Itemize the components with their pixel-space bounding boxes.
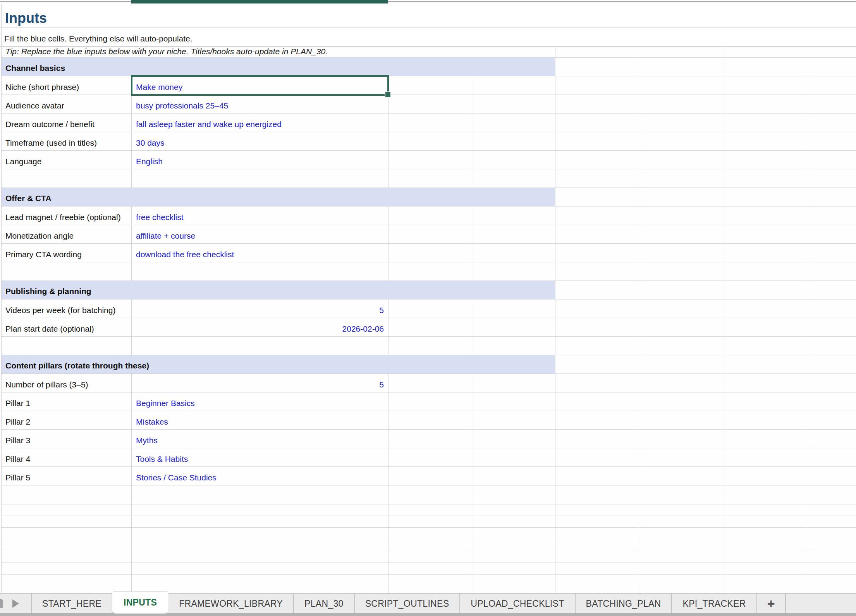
row-label-cell[interactable]: Pillar 2 [2,411,132,430]
empty-cell[interactable] [472,485,555,504]
empty-cell[interactable] [807,467,856,485]
empty-cell[interactable] [723,281,807,299]
row-label-cell[interactable]: Monetization angle [2,225,132,244]
empty-cell[interactable] [388,299,472,318]
empty-cell[interactable] [472,244,555,262]
empty-cell[interactable] [723,355,807,374]
empty-cell[interactable] [2,528,132,539]
sheet-tab-inputs[interactable]: INPUTS [112,592,168,613]
row-value-cell[interactable]: 30 days [132,132,388,151]
empty-cell[interactable] [807,225,856,244]
empty-cell[interactable] [807,337,856,355]
empty-cell[interactable] [807,299,856,318]
empty-cell[interactable] [388,551,472,563]
empty-cell[interactable] [555,151,639,169]
empty-cell[interactable] [639,225,723,244]
empty-cell[interactable] [723,47,807,58]
row-label-cell[interactable]: Language [2,151,132,169]
empty-cell[interactable] [807,318,856,337]
empty-cell[interactable] [388,337,472,355]
row-label-cell[interactable]: Pillar 3 [2,430,132,448]
empty-cell[interactable] [807,355,856,374]
empty-cell[interactable] [555,132,639,151]
empty-cell[interactable] [555,551,639,563]
empty-cell[interactable] [807,392,856,411]
empty-cell[interactable] [723,575,807,586]
empty-cell[interactable] [555,337,639,355]
empty-cell[interactable] [555,539,639,551]
empty-cell[interactable] [639,528,723,539]
empty-cell[interactable] [639,169,723,188]
section-header-cell[interactable]: Offer & CTA [2,188,555,206]
empty-cell[interactable] [807,244,856,262]
empty-cell[interactable] [807,374,856,392]
empty-cell[interactable] [639,539,723,551]
empty-cell[interactable] [639,47,723,58]
empty-cell[interactable] [132,539,388,551]
empty-cell[interactable] [639,563,723,575]
row-value-cell[interactable]: Mistakes [132,411,388,430]
empty-cell[interactable] [723,244,807,262]
empty-cell[interactable] [2,539,132,551]
title-row[interactable]: Inputs [0,3,856,28]
empty-cell[interactable] [472,430,555,448]
empty-cell[interactable] [555,516,639,528]
empty-cell[interactable] [472,551,555,563]
empty-cell[interactable] [639,188,723,206]
empty-cell[interactable] [807,563,856,575]
empty-cell[interactable] [388,318,472,337]
empty-cell[interactable] [555,504,639,516]
row-value-cell[interactable]: Tools & Habits [132,448,388,467]
row-value-cell[interactable]: 5 [132,374,388,392]
empty-cell[interactable] [723,551,807,563]
empty-cell[interactable] [472,151,555,169]
empty-cell[interactable] [555,95,639,114]
subtitle-row[interactable]: Fill the blue cells. Everything else wil… [0,28,856,47]
empty-cell[interactable] [388,586,472,594]
tip-cell[interactable]: Tip: Replace the blue inputs below with … [2,47,555,58]
empty-cell[interactable] [132,551,388,563]
empty-cell[interactable] [639,448,723,467]
empty-cell[interactable] [639,151,723,169]
empty-cell[interactable] [807,551,856,563]
sheet-tab-framework-library[interactable]: FRAMEWORK_LIBRARY [168,594,294,613]
empty-cell[interactable] [388,374,472,392]
empty-cell[interactable] [472,528,555,539]
empty-cell[interactable] [723,430,807,448]
fill-handle[interactable] [385,91,391,98]
empty-cell[interactable] [472,539,555,551]
empty-cell[interactable] [132,516,388,528]
empty-cell[interactable] [388,528,472,539]
empty-cell[interactable] [807,188,856,206]
section-header-cell[interactable]: Publishing & planning [2,281,555,299]
empty-cell[interactable] [723,485,807,504]
tabs-scroll-right-button[interactable] [12,599,19,608]
empty-cell[interactable] [132,586,388,594]
selected-cell[interactable]: Make money [132,76,388,95]
empty-cell[interactable] [723,563,807,575]
empty-cell[interactable] [472,411,555,430]
row-label-cell[interactable]: Pillar 5 [2,467,132,485]
empty-cell[interactable] [388,485,472,504]
empty-cell[interactable] [639,374,723,392]
empty-cell[interactable] [555,299,639,318]
empty-cell[interactable] [639,262,723,281]
row-value-cell[interactable]: English [132,151,388,169]
empty-cell[interactable] [132,504,388,516]
row-value-cell[interactable]: fall asleep faster and wake up energized [132,114,388,132]
empty-cell[interactable] [472,262,555,281]
row-label-cell[interactable]: Lead magnet / freebie (optional) [2,206,132,225]
row-value-cell[interactable]: free checklist [132,206,388,225]
empty-cell[interactable] [555,575,639,586]
empty-cell[interactable] [807,169,856,188]
empty-cell[interactable] [132,563,388,575]
empty-cell[interactable] [807,58,856,76]
empty-cell[interactable] [723,374,807,392]
empty-cell[interactable] [807,448,856,467]
row-label-cell[interactable]: Plan start date (optional) [2,318,132,337]
empty-cell[interactable] [723,318,807,337]
empty-cell[interactable] [472,114,555,132]
empty-cell[interactable] [639,318,723,337]
empty-cell[interactable] [2,337,132,355]
empty-cell[interactable] [807,114,856,132]
